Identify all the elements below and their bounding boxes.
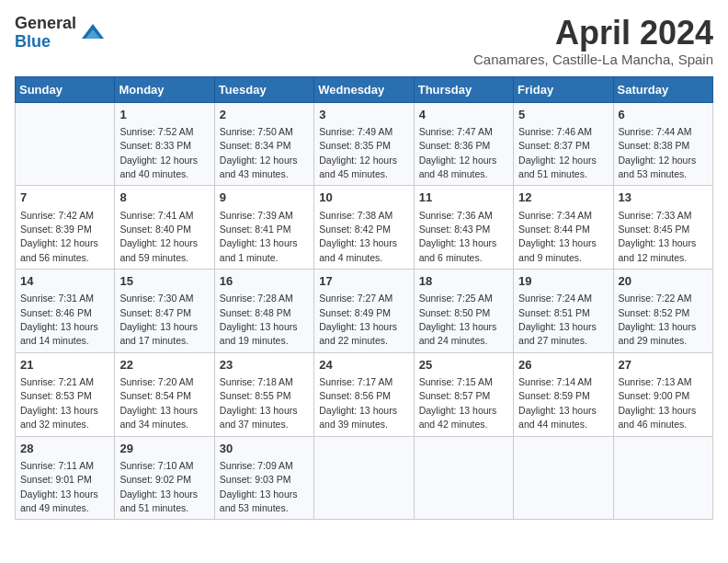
day-info: Sunrise: 7:27 AMSunset: 8:49 PMDaylight:…	[319, 293, 397, 346]
day-number: 29	[119, 441, 209, 457]
day-number: 6	[619, 107, 708, 123]
day-info: Sunrise: 7:34 AMSunset: 8:44 PMDaylight:…	[518, 210, 597, 263]
day-info: Sunrise: 7:30 AMSunset: 8:47 PMDaylight:…	[119, 293, 198, 346]
day-info: Sunrise: 7:21 AMSunset: 8:53 PMDaylight:…	[20, 376, 98, 430]
day-number: 4	[419, 107, 508, 123]
day-number: 24	[319, 357, 408, 373]
day-number: 10	[319, 190, 408, 206]
day-number: 18	[419, 273, 508, 290]
week-row-4: 21Sunrise: 7:21 AMSunset: 8:53 PMDayligh…	[16, 352, 713, 436]
column-header-sunday: Sunday	[16, 76, 115, 102]
day-number: 1	[119, 107, 209, 123]
day-info: Sunrise: 7:24 AMSunset: 8:51 PMDaylight:…	[518, 293, 597, 346]
calendar-cell: 6Sunrise: 7:44 AMSunset: 8:38 PMDaylight…	[613, 102, 712, 186]
day-info: Sunrise: 7:13 AMSunset: 9:00 PMDaylight:…	[619, 376, 697, 430]
calendar-cell: 20Sunrise: 7:22 AMSunset: 8:52 PMDayligh…	[613, 270, 712, 353]
day-info: Sunrise: 7:33 AMSunset: 8:45 PMDaylight:…	[619, 210, 697, 263]
calendar-cell: 21Sunrise: 7:21 AMSunset: 8:53 PMDayligh…	[16, 352, 115, 436]
day-number: 22	[119, 357, 209, 373]
day-number: 19	[518, 273, 608, 290]
page-header: General Blue April 2024 Canamares, Casti…	[15, 15, 713, 67]
day-number: 8	[119, 190, 209, 206]
calendar-cell	[16, 102, 115, 186]
day-number: 11	[419, 190, 508, 206]
week-row-1: 1Sunrise: 7:52 AMSunset: 8:33 PMDaylight…	[16, 102, 713, 186]
calendar-cell: 10Sunrise: 7:38 AMSunset: 8:42 PMDayligh…	[314, 186, 414, 270]
day-info: Sunrise: 7:38 AMSunset: 8:42 PMDaylight:…	[319, 210, 397, 263]
day-info: Sunrise: 7:44 AMSunset: 8:38 PMDaylight:…	[619, 126, 697, 179]
logo-icon	[80, 20, 106, 46]
calendar-cell: 25Sunrise: 7:15 AMSunset: 8:57 PMDayligh…	[414, 352, 513, 436]
day-number: 7	[20, 190, 109, 206]
location: Canamares, Castille-La Mancha, Spain	[473, 52, 713, 67]
logo-general-text: General	[15, 15, 76, 33]
day-info: Sunrise: 7:50 AMSunset: 8:34 PMDaylight:…	[220, 126, 298, 179]
calendar-cell: 14Sunrise: 7:31 AMSunset: 8:46 PMDayligh…	[16, 270, 115, 353]
day-number: 5	[518, 107, 608, 123]
day-info: Sunrise: 7:11 AMSunset: 9:01 PMDaylight:…	[20, 460, 98, 513]
calendar-cell	[314, 436, 414, 520]
day-info: Sunrise: 7:20 AMSunset: 8:54 PMDaylight:…	[119, 376, 198, 430]
day-info: Sunrise: 7:42 AMSunset: 8:39 PMDaylight:…	[20, 210, 98, 263]
day-info: Sunrise: 7:31 AMSunset: 8:46 PMDaylight:…	[20, 293, 98, 346]
day-number: 21	[20, 357, 109, 373]
day-info: Sunrise: 7:17 AMSunset: 8:56 PMDaylight:…	[319, 376, 397, 430]
day-info: Sunrise: 7:18 AMSunset: 8:55 PMDaylight:…	[220, 376, 298, 430]
day-info: Sunrise: 7:15 AMSunset: 8:57 PMDaylight:…	[419, 376, 497, 430]
day-info: Sunrise: 7:09 AMSunset: 9:03 PMDaylight:…	[220, 460, 298, 513]
day-info: Sunrise: 7:10 AMSunset: 9:02 PMDaylight:…	[119, 460, 198, 513]
day-info: Sunrise: 7:39 AMSunset: 8:41 PMDaylight:…	[220, 210, 298, 263]
day-number: 13	[619, 190, 708, 206]
calendar-cell	[414, 436, 513, 520]
calendar-cell: 2Sunrise: 7:50 AMSunset: 8:34 PMDaylight…	[214, 102, 313, 186]
month-title: April 2024	[473, 15, 713, 52]
calendar-cell: 29Sunrise: 7:10 AMSunset: 9:02 PMDayligh…	[115, 436, 214, 520]
logo: General Blue	[15, 15, 106, 52]
calendar-cell: 7Sunrise: 7:42 AMSunset: 8:39 PMDaylight…	[16, 186, 115, 270]
column-header-tuesday: Tuesday	[214, 76, 313, 102]
column-headers: SundayMondayTuesdayWednesdayThursdayFrid…	[16, 76, 713, 102]
calendar-cell: 16Sunrise: 7:28 AMSunset: 8:48 PMDayligh…	[214, 270, 313, 353]
day-number: 15	[119, 273, 209, 290]
week-row-3: 14Sunrise: 7:31 AMSunset: 8:46 PMDayligh…	[16, 270, 713, 353]
day-info: Sunrise: 7:47 AMSunset: 8:36 PMDaylight:…	[419, 126, 497, 179]
calendar-cell: 26Sunrise: 7:14 AMSunset: 8:59 PMDayligh…	[514, 352, 613, 436]
day-number: 30	[220, 441, 309, 457]
calendar-cell: 24Sunrise: 7:17 AMSunset: 8:56 PMDayligh…	[314, 352, 414, 436]
calendar-cell: 19Sunrise: 7:24 AMSunset: 8:51 PMDayligh…	[514, 270, 613, 353]
calendar-cell: 28Sunrise: 7:11 AMSunset: 9:01 PMDayligh…	[16, 436, 115, 520]
calendar-cell: 18Sunrise: 7:25 AMSunset: 8:50 PMDayligh…	[414, 270, 513, 353]
day-number: 28	[20, 441, 109, 457]
day-number: 17	[319, 273, 408, 290]
calendar-cell: 1Sunrise: 7:52 AMSunset: 8:33 PMDaylight…	[115, 102, 214, 186]
calendar-cell: 3Sunrise: 7:49 AMSunset: 8:35 PMDaylight…	[314, 102, 414, 186]
day-number: 27	[619, 357, 708, 373]
calendar-cell: 8Sunrise: 7:41 AMSunset: 8:40 PMDaylight…	[115, 186, 214, 270]
day-number: 12	[518, 190, 608, 206]
calendar-cell: 22Sunrise: 7:20 AMSunset: 8:54 PMDayligh…	[115, 352, 214, 436]
day-number: 14	[20, 273, 109, 290]
day-info: Sunrise: 7:36 AMSunset: 8:43 PMDaylight:…	[419, 210, 497, 263]
logo-blue-text: Blue	[15, 33, 76, 52]
title-block: April 2024 Canamares, Castille-La Mancha…	[473, 15, 713, 67]
calendar-cell: 30Sunrise: 7:09 AMSunset: 9:03 PMDayligh…	[214, 436, 313, 520]
calendar-cell: 27Sunrise: 7:13 AMSunset: 9:00 PMDayligh…	[613, 352, 712, 436]
column-header-saturday: Saturday	[613, 76, 712, 102]
calendar-cell: 15Sunrise: 7:30 AMSunset: 8:47 PMDayligh…	[115, 270, 214, 353]
day-info: Sunrise: 7:25 AMSunset: 8:50 PMDaylight:…	[419, 293, 497, 346]
day-info: Sunrise: 7:41 AMSunset: 8:40 PMDaylight:…	[119, 210, 198, 263]
week-row-2: 7Sunrise: 7:42 AMSunset: 8:39 PMDaylight…	[16, 186, 713, 270]
day-info: Sunrise: 7:14 AMSunset: 8:59 PMDaylight:…	[518, 376, 597, 430]
day-info: Sunrise: 7:46 AMSunset: 8:37 PMDaylight:…	[518, 126, 597, 179]
calendar-cell: 12Sunrise: 7:34 AMSunset: 8:44 PMDayligh…	[514, 186, 613, 270]
calendar-cell: 9Sunrise: 7:39 AMSunset: 8:41 PMDaylight…	[214, 186, 313, 270]
calendar-cell	[613, 436, 712, 520]
calendar-cell: 5Sunrise: 7:46 AMSunset: 8:37 PMDaylight…	[514, 102, 613, 186]
day-info: Sunrise: 7:22 AMSunset: 8:52 PMDaylight:…	[619, 293, 697, 346]
day-number: 26	[518, 357, 608, 373]
day-number: 25	[419, 357, 508, 373]
day-number: 2	[220, 107, 309, 123]
week-row-5: 28Sunrise: 7:11 AMSunset: 9:01 PMDayligh…	[16, 436, 713, 520]
column-header-friday: Friday	[514, 76, 613, 102]
column-header-wednesday: Wednesday	[314, 76, 414, 102]
